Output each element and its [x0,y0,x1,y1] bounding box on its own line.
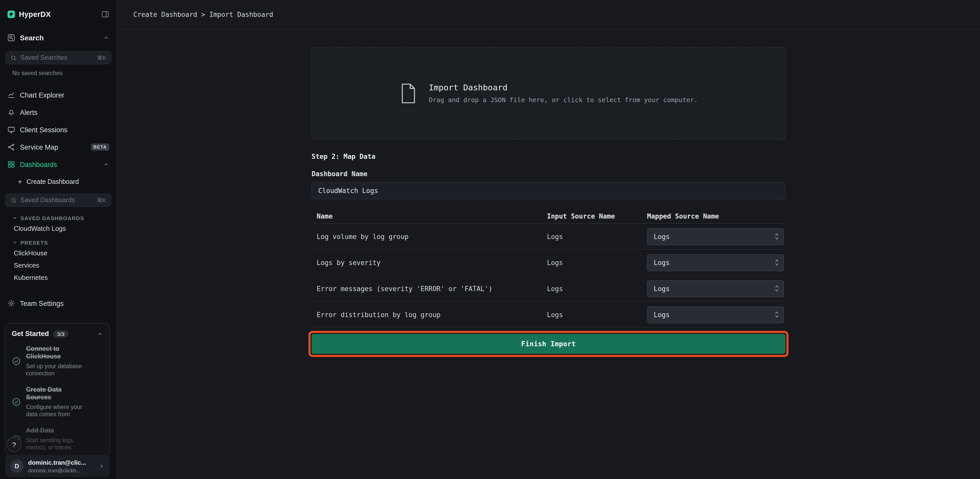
chevron-up-icon [103,35,109,41]
search-section-label: Search [20,34,44,42]
monitor-icon [7,126,15,134]
col-header-mapped-source: Mapped Source Name [647,212,786,220]
presets-section-toggle[interactable]: PRESETS [12,240,116,246]
saved-searches-input[interactable]: Saved Searches ⌘K [5,51,111,64]
magnifier-icon [10,54,17,61]
sidebar-item-cloudwatch-logs[interactable]: CloudWatch Logs [0,222,116,234]
saved-searches-placeholder: Saved Searches [21,54,93,61]
chart-icon [7,91,15,99]
dashboard-name-input[interactable]: CloudWatch Logs [312,182,786,199]
app-root: HyperDX Search Saved Searches ⌘K [0,0,980,479]
beta-badge: BETA [91,143,109,151]
get-started-header[interactable]: Get Started 3/3 [6,324,109,341]
table-row: Error messages (severity 'ERROR' or 'FAT… [312,276,786,302]
progress-badge: 3/3 [53,330,69,337]
sidebar-item-clickhouse[interactable]: ClickHouse [0,247,116,259]
table-header: Name Input Source Name Mapped Source Nam… [312,209,786,224]
breadcrumb[interactable]: Create Dashboard > Import Dashboard [133,11,273,18]
chart-name: Error messages (severity 'ERROR' or 'FAT… [312,285,547,292]
table-row: Error distribution by log group Logs Log… [312,302,786,328]
chart-name: Logs by severity [312,259,547,266]
dashboard-name-label: Dashboard Name [312,170,786,178]
sidebar-item-team-settings[interactable]: Team Settings [0,294,116,312]
search-section-header[interactable]: Search [0,31,116,45]
input-source-name: Logs [547,259,647,266]
saved-dashboards-input[interactable]: Saved Dashboards ⌘K [5,194,111,207]
help-button[interactable]: ? [6,437,21,452]
get-started-item[interactable]: Connect to ClickHouse Set up your databa… [6,341,109,382]
logo-row: HyperDX [0,0,116,21]
user-email: dominic.tran@clickh... [28,467,94,473]
chevron-up-icon [103,161,109,167]
sidebar-item-chart-explorer[interactable]: Chart Explorer [0,86,116,103]
dashboards-grid-icon [7,160,15,169]
finish-import-button[interactable]: Finish Import [312,334,786,354]
json-dropzone[interactable]: Import Dashboard Drag and drop a JSON fi… [312,47,786,139]
chevron-down-icon [12,240,18,245]
saved-dashboards-section-toggle[interactable]: SAVED DASHBOARDS [12,215,116,221]
gear-icon [7,299,15,307]
sidebar-item-alerts[interactable]: Alerts [0,103,116,121]
sidebar-item-kubernetes[interactable]: Kubernetes [0,271,116,283]
sidebar-nav: Chart Explorer Alerts Client Sessions Se… [0,86,116,173]
input-source-name: Logs [547,232,647,240]
mapped-source-select[interactable]: Logs [647,306,784,323]
mapped-source-select[interactable]: Logs [647,254,784,271]
saved-dashboards-placeholder: Saved Dashboards [21,197,93,204]
map-data-table: Name Input Source Name Mapped Source Nam… [312,209,786,328]
chart-name: Error distribution by log group [312,311,547,318]
no-saved-searches-text: No saved searches [12,70,116,76]
user-name: dominic.tran@clic... [28,459,94,466]
check-circle-icon [12,356,21,366]
mapped-source-select[interactable]: Logs [647,280,784,297]
select-updown-icon [774,310,779,319]
select-updown-icon [774,285,779,293]
sidebar-item-client-sessions[interactable]: Client Sessions [0,121,116,138]
shortcut-badge: ⌘K [97,54,106,61]
input-source-name: Logs [547,285,647,292]
topbar: Create Dashboard > Import Dashboard [117,0,980,30]
sidebar: HyperDX Search Saved Searches ⌘K [0,0,117,479]
plus-icon [17,179,23,185]
get-started-card: Get Started 3/3 Connect to ClickHouse Se… [5,323,110,456]
magnifier-icon [10,197,17,204]
dropzone-title: Import Dashboard [429,83,698,92]
finish-import-highlight: Finish Import [309,331,789,357]
import-dashboard-panel: Import Dashboard Drag and drop a JSON fi… [312,47,786,357]
select-updown-icon [774,258,779,267]
logo[interactable]: HyperDX [7,10,51,18]
table-row: Logs by severity Logs Logs [312,250,786,276]
chevron-up-icon [97,331,103,337]
chart-name: Log volume by log group [312,232,547,240]
chevron-down-icon [12,215,18,221]
sidebar-item-service-map[interactable]: Service Map BETA [0,138,116,156]
search-section-icon [7,34,15,42]
shortcut-badge: ⌘K [97,197,106,204]
get-started-item[interactable]: Add Data Start sending logs, metrics, or… [6,422,109,455]
col-header-input-source: Input Source Name [547,212,647,220]
chevron-right-icon [99,463,105,469]
get-started-item[interactable]: Create Data Sources Configure where your… [6,382,109,422]
dropzone-subtitle: Drag and drop a JSON file here, or click… [429,96,698,103]
mapped-source-select[interactable]: Logs [647,228,784,245]
sidebar-item-services[interactable]: Services [0,259,116,271]
file-icon [399,83,417,104]
step-title: Step 2: Map Data [312,153,786,160]
hyperdx-logo-icon [7,10,15,18]
bell-icon [7,108,15,116]
app-title: HyperDX [19,10,51,18]
table-row: Log volume by log group Logs Logs [312,224,786,250]
avatar: D [10,459,24,473]
service-map-icon [7,143,15,151]
sidebar-collapse-icon[interactable] [101,10,109,18]
create-dashboard-button[interactable]: Create Dashboard [0,174,116,189]
main-area: Create Dashboard > Import Dashboard Impo… [117,0,980,479]
sidebar-item-dashboards[interactable]: Dashboards [0,156,116,173]
input-source-name: Logs [547,311,647,318]
user-menu[interactable]: D dominic.tran@clic... dominic.tran@clic… [5,455,110,477]
col-header-name: Name [312,212,547,220]
select-updown-icon [774,232,779,240]
check-circle-icon [12,397,21,406]
